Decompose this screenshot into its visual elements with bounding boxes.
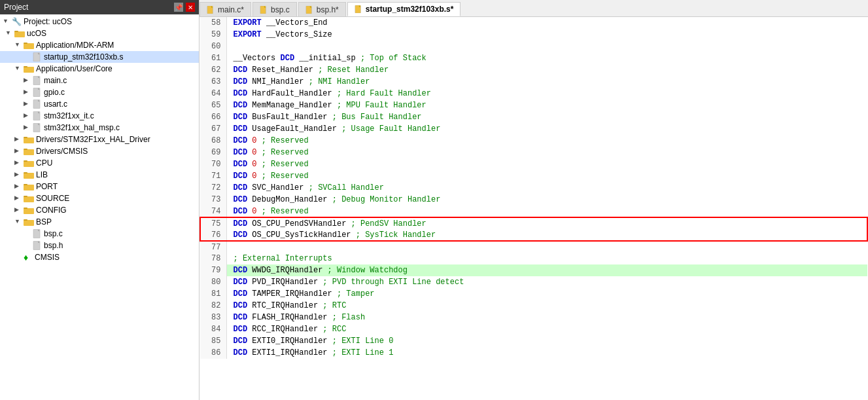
folder-icon: [24, 136, 34, 143]
tree-item-startup-file[interactable]: ▶startup_stm32f103xb.s: [0, 51, 199, 63]
code-row: 82 DCD RTC_IRQHandler ; RTC: [200, 300, 867, 312]
file-icon: [33, 100, 42, 109]
svg-rect-6: [24, 67, 34, 73]
tab-bsp-c-tab[interactable]: bsp.c: [252, 2, 297, 16]
svg-rect-19: [24, 137, 27, 138]
tree-item-source[interactable]: ▶SOURCE: [0, 192, 199, 204]
expand-icon: ▶: [24, 112, 31, 120]
tree-item-bsp-c[interactable]: ▶bsp.c: [0, 228, 199, 240]
code-cell: DCD Reset_Handler ; Reset Handler: [226, 64, 867, 76]
tree-item-label: bsp.c: [44, 229, 63, 238]
code-row: 78 ; External Interrupts: [200, 253, 867, 264]
expand-icon: ▼: [14, 41, 22, 49]
svg-rect-18: [24, 137, 34, 143]
code-cell: DCD DebugMon_Handler ; Debug Monitor Han…: [226, 194, 867, 206]
line-number: 83: [200, 312, 226, 323]
tree-item-label: gpio.c: [44, 88, 65, 97]
tree-item-cmsis[interactable]: ▶♦CMSIS: [0, 251, 199, 263]
tree-item-gpio-c[interactable]: ▶gpio.c: [0, 86, 199, 98]
tab-file-icon: [207, 6, 215, 14]
project-header-label: Project: [4, 3, 28, 12]
code-cell: DCD NMI_Handler ; NMI Handler: [226, 76, 867, 88]
code-row: 80 DCD PVD_IRQHandler ; PVD through EXTI…: [200, 276, 867, 288]
expand-icon: ▶: [14, 136, 22, 143]
expand-icon: ▶: [24, 124, 31, 132]
file-icon: [33, 123, 42, 132]
svg-rect-1: [14, 31, 18, 32]
line-number: 71: [200, 170, 226, 182]
code-cell: DCD FLASH_IRQHandler ; Flash: [226, 312, 867, 323]
code-area[interactable]: 58 EXPORT __Vectors_End59 EXPORT __Vecto…: [200, 17, 868, 400]
svg-rect-33: [24, 219, 27, 221]
tree-item-label: CONFIG: [36, 206, 67, 215]
line-number: 72: [200, 182, 226, 194]
project-panel: Project 📌 ✕ ▼🔧Project: ucOS▼ucOS▼Applica…: [0, 0, 200, 400]
tree-item-drivers-stm32[interactable]: ▶Drivers/STM32F1xx_HAL_Driver: [0, 134, 199, 145]
tree-item-usart-c[interactable]: ▶usart.c: [0, 98, 199, 110]
header-icons: 📌 ✕: [174, 3, 195, 12]
code-cell: EXPORT __Vectors_End: [226, 17, 867, 29]
code-row: 63 DCD NMI_Handler ; NMI Handler: [200, 76, 867, 88]
file-icon: [33, 88, 42, 97]
code-row: 65 DCD MemManage_Handler ; MPU Fault Han…: [200, 100, 867, 111]
folder-icon: [24, 41, 34, 49]
expand-icon: ▶: [14, 159, 22, 167]
line-number: 80: [200, 276, 226, 288]
project-header-title: Project: [4, 3, 28, 12]
code-row: 75 DCD OS_CPU_PendSVHandler ; PendSV Han…: [200, 217, 867, 229]
tree-item-label: BSP: [36, 217, 52, 227]
tree-item-label: bsp.h: [44, 241, 63, 250]
tab-main-c-tab[interactable]: main.c*: [200, 2, 251, 16]
tree-item-ucOS[interactable]: ▼ucOS: [0, 27, 199, 39]
project-icon: 🔧: [12, 17, 22, 26]
tree-item-stm32f1xx-hal-msp[interactable]: ▶stm32f1xx_hal_msp.c: [0, 122, 199, 134]
code-cell: DCD RTC_IRQHandler ; RTC: [226, 300, 867, 312]
close-icon[interactable]: ✕: [186, 3, 195, 12]
tree-item-label: CPU: [36, 158, 52, 168]
svg-rect-27: [24, 184, 27, 185]
tree-item-bsp-h[interactable]: ▶bsp.h: [0, 240, 199, 251]
svg-rect-28: [24, 196, 34, 202]
tree-item-app-mdk[interactable]: ▼Application/MDK-ARM: [0, 39, 199, 51]
tree-item-cpu[interactable]: ▶CPU: [0, 157, 199, 169]
expand-icon: ▼: [14, 218, 22, 226]
tree-item-port[interactable]: ▶PORT: [0, 181, 199, 192]
line-number: 79: [200, 264, 226, 276]
svg-rect-30: [24, 208, 34, 214]
folder-icon: [24, 65, 34, 73]
file-icon: [33, 229, 42, 238]
tab-bsp-h-tab[interactable]: bsp.h*: [298, 2, 346, 16]
code-row: 74 DCD 0 ; Reserved: [200, 206, 867, 217]
code-row: 66 DCD BusFault_Handler ; Bus Fault Hand…: [200, 111, 867, 123]
code-row: 64 DCD HardFault_Handler ; Hard Fault Ha…: [200, 88, 867, 100]
expand-icon: ▼: [3, 18, 10, 26]
line-number: 58: [200, 17, 226, 29]
tree-item-label: usart.c: [44, 100, 67, 109]
line-number: 69: [200, 147, 226, 158]
tree-item-project-root[interactable]: ▼🔧Project: ucOS: [0, 16, 199, 27]
line-number: 59: [200, 29, 226, 41]
tree-item-stm32f1xx-it[interactable]: ▶stm32f1xx_it.c: [0, 110, 199, 122]
code-row: 71 DCD 0 ; Reserved: [200, 170, 867, 182]
code-row: 73 DCD DebugMon_Handler ; Debug Monitor …: [200, 194, 867, 206]
code-cell: DCD PVD_IRQHandler ; PVD through EXTI Li…: [226, 276, 867, 288]
tree-item-bsp[interactable]: ▼BSP: [0, 216, 199, 228]
folder-icon: [24, 183, 34, 191]
tabs-bar: main.c* bsp.c bsp.h* startup_stm32f103xb…: [200, 0, 868, 17]
tree-item-drivers-cmsis[interactable]: ▶Drivers/CMSIS: [0, 145, 199, 157]
tree-item-app-user-core[interactable]: ▼Application/User/Core: [0, 63, 199, 75]
svg-rect-2: [24, 43, 34, 49]
tree-item-main-c[interactable]: ▶main.c: [0, 75, 199, 86]
tree-item-label: PORT: [36, 182, 58, 191]
tree-item-label: ucOS: [27, 29, 46, 38]
code-cell: DCD TAMPER_IRQHandler ; Tamper: [226, 288, 867, 300]
code-cell: DCD 0 ; Reserved: [226, 206, 867, 217]
svg-rect-22: [24, 161, 34, 167]
tree-item-config[interactable]: ▶CONFIG: [0, 204, 199, 216]
pin-icon[interactable]: 📌: [174, 3, 183, 12]
tab-startup-tab[interactable]: startup_stm32f103xb.s*: [347, 2, 461, 16]
code-row: 81 DCD TAMPER_IRQHandler ; Tamper: [200, 288, 867, 300]
tab-label: bsp.c: [271, 5, 290, 14]
expand-icon: ▶: [24, 100, 31, 108]
tree-item-lib[interactable]: ▶LIB: [0, 169, 199, 181]
